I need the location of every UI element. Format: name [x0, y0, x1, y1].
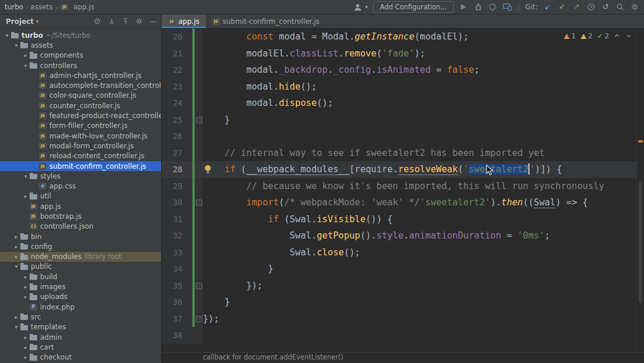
tree-item-uploads[interactable]: ▸uploads [0, 292, 161, 302]
line-number[interactable]: 23 [162, 79, 183, 95]
settings-gear-icon[interactable] [630, 2, 639, 12]
editor-tab-app.js[interactable]: JSapp.js [162, 15, 206, 28]
code-line-31[interactable]: 31 if (Swal.isVisible()) { [162, 211, 637, 228]
chevron-right-icon[interactable]: ▸ [22, 193, 29, 199]
tree-item-config[interactable]: ▸config [0, 241, 161, 251]
history-clock-icon[interactable] [586, 2, 596, 12]
user-avatar-icon[interactable] [353, 2, 362, 12]
line-number[interactable]: 34 [162, 261, 183, 277]
tree-item-submit-confirm_controller.js[interactable]: JSsubmit-confirm_controller.js [0, 161, 161, 171]
tree-item-reload-content_controller.js[interactable]: JSreload-content_controller.js [0, 151, 161, 161]
line-number[interactable]: 31 [162, 211, 183, 228]
code-line-25[interactable]: 25 } [162, 112, 637, 129]
tree-item-featured-product-react_controller.js[interactable]: JSfeatured-product-react_controller.js [0, 111, 161, 120]
vcs-update-icon[interactable]: ↙ [543, 2, 552, 12]
code-line-24[interactable]: 24 modal.dispose(); [162, 95, 637, 112]
code-line-30[interactable]: 30 import(/* webpackMode: 'weak' */'swee… [162, 194, 637, 211]
tree-item-util[interactable]: ▸util [0, 191, 161, 201]
add-configuration-button[interactable]: Add Configuration... [373, 1, 454, 13]
hide-panel-icon[interactable]: — [149, 17, 158, 26]
line-number[interactable]: 27 [162, 145, 183, 162]
warning-stripe-mark[interactable] [638, 140, 643, 143]
code-text[interactable] [203, 128, 637, 145]
code-text[interactable]: }); [203, 277, 637, 294]
tree-item-app.js[interactable]: JSapp.js [0, 201, 161, 211]
tree-item-cart[interactable]: ▸cart [0, 342, 161, 352]
code-line-27[interactable]: 27 // internal way to see if sweetalert2… [162, 145, 637, 162]
fold-marker-icon[interactable] [196, 283, 202, 289]
select-opened-file-icon[interactable] [93, 17, 102, 26]
code-text[interactable]: Swal.close(); [203, 244, 637, 261]
collapse-all-icon[interactable] [121, 17, 130, 26]
line-number[interactable]: 21 [162, 45, 183, 62]
code-text[interactable] [203, 327, 637, 344]
chevron-right-icon[interactable]: ▸ [13, 254, 20, 259]
code-text[interactable]: modal._backdrop._config.isAnimated = fal… [203, 62, 637, 79]
code-line-38[interactable]: 38 [162, 327, 637, 344]
tree-item-styles[interactable]: ▾styles [0, 171, 161, 181]
code-text[interactable]: } [203, 112, 637, 129]
code-text[interactable]: // internal way to see if sweetalert2 ha… [203, 145, 637, 162]
chevron-down-icon[interactable]: ▾ [22, 173, 29, 179]
expand-all-icon[interactable] [107, 17, 116, 26]
chevron-down-icon[interactable]: ▾ [13, 324, 20, 330]
code-line-23[interactable]: 23 modal.hide(); [162, 79, 637, 95]
line-number[interactable]: 36 [162, 294, 183, 311]
chevron-right-icon[interactable]: ▸ [22, 294, 29, 300]
search-everywhere-icon[interactable] [616, 2, 625, 12]
device-preview-icon[interactable] [503, 2, 512, 12]
tree-item-src[interactable]: ▸src [0, 312, 161, 322]
tree-item-autocomplete-transition_controller.js[interactable]: JSautocomplete-transition_controller.js [0, 80, 161, 90]
line-number[interactable]: 30 [162, 194, 183, 211]
vcs-push-icon[interactable]: ↗ [572, 2, 581, 12]
chevron-right-icon[interactable]: ▸ [22, 334, 29, 340]
line-number[interactable]: 20 [162, 29, 183, 45]
scrollbar-thumb[interactable] [639, 181, 642, 303]
chevron-right-icon[interactable]: ▸ [22, 284, 29, 290]
tree-item-images[interactable]: ▸images [0, 282, 161, 291]
line-number[interactable]: 26 [162, 128, 183, 145]
chevron-down-icon[interactable]: ▾ [13, 42, 20, 48]
tree-item-controllers[interactable]: ▾controllers [0, 61, 161, 70]
code-text[interactable]: if (Swal.isVisible()) { [203, 211, 637, 228]
code-line-36[interactable]: 36 } [162, 294, 637, 311]
tree-item-color-square_controller.js[interactable]: JScolor-square_controller.js [0, 91, 161, 101]
tree-item-counter_controller.js[interactable]: JScounter_controller.js [0, 101, 161, 111]
chevron-right-icon[interactable]: ▸ [22, 274, 29, 280]
code-text[interactable]: } [203, 294, 637, 311]
tree-item-components[interactable]: ▸components [0, 51, 161, 61]
line-number[interactable]: 22 [162, 62, 183, 79]
line-number[interactable]: 33 [162, 244, 183, 261]
chevron-down-icon[interactable]: ▾ [3, 33, 10, 38]
code-line-26[interactable]: 26 [162, 128, 637, 145]
fold-marker-icon[interactable] [196, 200, 202, 206]
inspections-widget[interactable]: 1 2 ✔2 [564, 32, 632, 40]
tree-item-made-with-love_controller.js[interactable]: JSmade-with-love_controller.js [0, 131, 161, 141]
tree-item-form-filler_controller.js[interactable]: JSform-filler_controller.js [0, 121, 161, 131]
code-text[interactable]: modal.dispose(); [203, 95, 637, 112]
tree-item-public[interactable]: ▾public [0, 262, 161, 272]
user-dropdown-caret-icon[interactable]: ▾ [365, 4, 368, 10]
editor[interactable]: 20 const modal = Modal.getInstance(modal… [162, 29, 644, 352]
code-text[interactable]: import(/* webpackMode: 'weak' */'sweetal… [203, 194, 637, 211]
tree-item-turbo[interactable]: ▾turbo ~/Sites/turbo [0, 30, 161, 40]
vcs-commit-icon[interactable]: ✔ [557, 2, 567, 12]
chevron-down-icon[interactable]: ▾ [22, 63, 29, 69]
editor-scrollbar[interactable] [636, 29, 644, 352]
fold-marker-icon[interactable] [196, 316, 202, 322]
chevron-right-icon[interactable]: ▸ [13, 314, 20, 320]
line-number[interactable]: 37 [162, 311, 183, 328]
code-text[interactable]: // because we know it's been imported, t… [203, 178, 637, 195]
code-text[interactable]: Swal.getPopup().style.animationDuration … [203, 227, 637, 244]
tree-item-bootstrap.js[interactable]: JSbootstrap.js [0, 211, 161, 221]
breadcrumb-item-turbo[interactable]: turbo [5, 3, 23, 11]
intention-bulb-icon[interactable] [203, 165, 212, 175]
tree-item-checkout[interactable]: ▸checkout [0, 353, 161, 362]
code-line-33[interactable]: 33 Swal.close(); [162, 244, 637, 261]
run-icon[interactable] [459, 2, 468, 12]
previous-problem-icon[interactable] [614, 33, 621, 40]
code-line-34[interactable]: 34 } [162, 261, 637, 277]
code-text[interactable]: }); [203, 311, 637, 328]
line-number[interactable]: 38 [162, 327, 183, 344]
tree-item-assets[interactable]: ▾assets [0, 40, 161, 50]
